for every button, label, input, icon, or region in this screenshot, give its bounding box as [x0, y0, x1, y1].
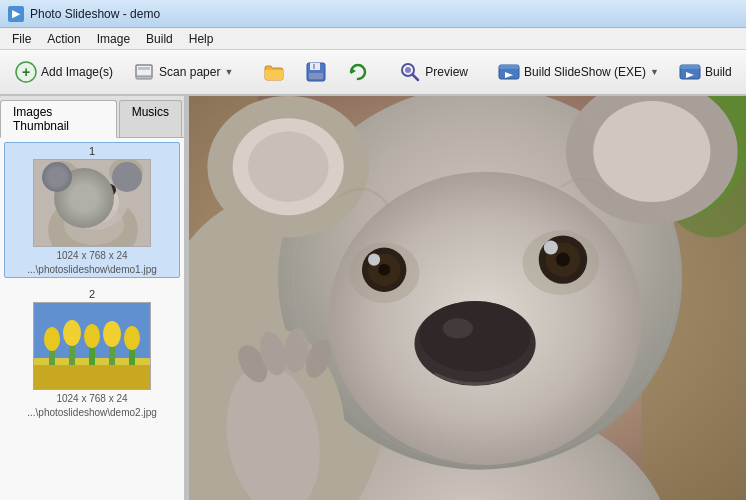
- svg-rect-8: [309, 73, 323, 79]
- svg-point-44: [124, 326, 140, 350]
- svg-point-28: [72, 186, 84, 198]
- svg-point-32: [64, 205, 124, 245]
- svg-point-29: [74, 188, 78, 192]
- scan-paper-label: Scan paper: [159, 65, 220, 79]
- svg-line-12: [413, 75, 419, 81]
- add-images-button[interactable]: + Add Image(s): [6, 54, 122, 90]
- svg-point-36: [44, 327, 60, 351]
- svg-point-72: [443, 318, 473, 338]
- thumbnail-list[interactable]: 1: [0, 138, 184, 500]
- svg-rect-7: [313, 64, 315, 69]
- svg-point-58: [593, 101, 710, 202]
- svg-text:+: +: [22, 64, 30, 80]
- svg-point-64: [368, 254, 380, 266]
- open-folder-button[interactable]: [254, 54, 294, 90]
- menu-build[interactable]: Build: [138, 30, 181, 48]
- tab-images-thumbnail[interactable]: Images Thumbnail: [0, 100, 117, 138]
- left-panel: Images Thumbnail Musics 1: [0, 96, 185, 500]
- svg-point-40: [84, 324, 100, 348]
- svg-rect-17: [680, 65, 700, 69]
- svg-point-65: [378, 264, 390, 276]
- title-bar: ▶ Photo Slideshow - demo: [0, 0, 746, 28]
- thumb-info-1b: ...\photoslideshow\demo1.jpg: [7, 264, 177, 275]
- build-exe-label: Build SlideShow (EXE): [524, 65, 646, 79]
- svg-point-69: [556, 253, 570, 267]
- toolbar: + Add Image(s) Scan paper ▼: [0, 50, 746, 96]
- svg-point-42: [103, 321, 121, 347]
- tabs: Images Thumbnail Musics: [0, 96, 184, 138]
- svg-point-71: [420, 301, 531, 372]
- save-icon: [305, 61, 327, 83]
- menu-action[interactable]: Action: [39, 30, 88, 48]
- thumb-number-1: 1: [7, 145, 177, 157]
- svg-point-22: [46, 161, 78, 187]
- build-other-button[interactable]: Build: [670, 54, 741, 90]
- svg-rect-3: [138, 67, 150, 70]
- build-other-label: Build: [705, 65, 732, 79]
- svg-rect-4: [136, 76, 152, 79]
- menu-bar: File Action Image Build Help: [0, 28, 746, 50]
- scan-icon: [133, 61, 155, 83]
- refresh-button[interactable]: [338, 54, 378, 90]
- menu-file[interactable]: File: [4, 30, 39, 48]
- menu-help[interactable]: Help: [181, 30, 222, 48]
- preview-icon: [399, 61, 421, 83]
- add-images-label: Add Image(s): [41, 65, 113, 79]
- app-icon-symbol: ▶: [12, 8, 20, 19]
- svg-point-30: [104, 184, 116, 196]
- svg-point-31: [106, 186, 110, 190]
- preview-label: Preview: [425, 65, 468, 79]
- svg-point-68: [544, 240, 558, 254]
- svg-rect-14: [499, 65, 519, 69]
- svg-point-27: [82, 196, 106, 212]
- main-area: Images Thumbnail Musics 1: [0, 96, 746, 500]
- build-exe-icon: [498, 61, 520, 83]
- thumbnail-item-1[interactable]: 1: [4, 142, 180, 278]
- thumb-image-2: [33, 302, 151, 390]
- thumb-info-1a: 1024 x 768 x 24: [7, 250, 177, 261]
- build-exe-dropdown-arrow[interactable]: ▼: [650, 67, 659, 77]
- add-icon: +: [15, 61, 37, 83]
- svg-point-38: [63, 320, 81, 346]
- preview-button[interactable]: Preview: [390, 54, 477, 90]
- build-exe-button[interactable]: Build SlideShow (EXE) ▼: [489, 54, 668, 90]
- svg-marker-9: [351, 68, 356, 74]
- build-other-icon: [679, 61, 701, 83]
- tab-musics[interactable]: Musics: [119, 100, 182, 137]
- svg-point-23: [52, 166, 72, 182]
- thumb-info-2b: ...\photoslideshow\demo2.jpg: [6, 407, 178, 418]
- menu-image[interactable]: Image: [89, 30, 138, 48]
- svg-point-25: [115, 163, 137, 181]
- svg-point-11: [405, 67, 411, 73]
- svg-rect-2: [136, 65, 152, 77]
- scan-paper-button[interactable]: Scan paper ▼: [124, 54, 242, 90]
- thumb-image-1: [33, 159, 151, 247]
- scan-dropdown-arrow[interactable]: ▼: [224, 67, 233, 77]
- app-title: Photo Slideshow - demo: [30, 7, 160, 21]
- refresh-icon: [347, 61, 369, 83]
- folder-icon: [263, 61, 285, 83]
- svg-point-56: [248, 131, 329, 202]
- save-button[interactable]: [296, 54, 336, 90]
- preview-image: [189, 96, 746, 500]
- app-icon: ▶: [8, 6, 24, 22]
- thumb-info-2a: 1024 x 768 x 24: [6, 393, 178, 404]
- thumbnail-item-2[interactable]: 2: [4, 286, 180, 420]
- preview-panel: [189, 96, 746, 500]
- thumb-number-2: 2: [6, 288, 178, 300]
- svg-rect-45: [34, 365, 151, 390]
